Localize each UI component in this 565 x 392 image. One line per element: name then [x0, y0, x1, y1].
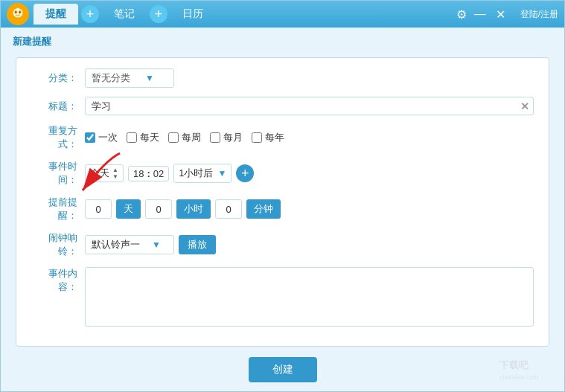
- repeat-monthly-checkbox[interactable]: [210, 132, 220, 143]
- repeat-daily-checkbox[interactable]: [127, 132, 137, 143]
- time-colon: :: [147, 168, 150, 179]
- content-label: 事件内容：: [31, 267, 85, 294]
- time-controls: 今天 ▲ ▼ 18 : 02 1小时后 ▼: [85, 164, 534, 183]
- time-after-select[interactable]: 1小时后 ▼: [173, 164, 232, 183]
- create-btn-row: 创建: [13, 357, 552, 382]
- tab-calendar[interactable]: 日历: [170, 4, 215, 25]
- repeat-row: 重复方式： 一次 每天 每周: [31, 124, 534, 151]
- title-controls: ✕: [85, 97, 534, 115]
- titlebar: 提醒 + 笔记 + 日历 ⚙ — ✕ 登陆/注册: [1, 1, 564, 28]
- hour-value: 18: [133, 168, 144, 179]
- section-title: 新建提醒: [13, 35, 552, 48]
- title-input-wrap: ✕: [85, 97, 534, 115]
- bell-label: 闹钟响铃：: [31, 231, 85, 258]
- bell-arrow-icon: ▼: [152, 240, 161, 250]
- category-arrow-icon: ▼: [145, 73, 154, 83]
- repeat-weekly-label: 每周: [182, 131, 201, 144]
- close-button[interactable]: ✕: [494, 7, 508, 22]
- time-after-arrow-icon: ▼: [217, 168, 226, 179]
- date-input[interactable]: 今天 ▲ ▼: [85, 164, 124, 182]
- title-input[interactable]: [85, 97, 534, 115]
- repeat-once-checkbox[interactable]: [85, 132, 95, 143]
- settings-icon[interactable]: ⚙: [456, 7, 467, 22]
- repeat-daily-label: 每天: [140, 131, 159, 144]
- advance-day-unit: 天: [116, 199, 141, 219]
- advance-day-input[interactable]: [85, 199, 112, 219]
- title-label: 标题：: [31, 100, 85, 113]
- date-down-btn[interactable]: ▼: [112, 174, 118, 180]
- add-remind-btn[interactable]: +: [81, 5, 99, 23]
- date-value: 今天: [90, 167, 109, 180]
- new-reminder-form: 分类： 暂无分类 ▼ 标题： ✕: [16, 57, 549, 347]
- time-hm-input[interactable]: 18 : 02: [128, 166, 169, 181]
- clear-title-button[interactable]: ✕: [520, 100, 529, 112]
- advance-label: 提前提醒：: [31, 196, 85, 222]
- repeat-label: 重复方式：: [31, 124, 85, 151]
- repeat-daily[interactable]: 每天: [127, 131, 159, 144]
- category-value: 暂无分类: [92, 71, 130, 85]
- login-link[interactable]: 登陆/注册: [520, 8, 558, 21]
- repeat-monthly-label: 每月: [223, 131, 243, 144]
- title-row: 标题： ✕: [31, 97, 534, 115]
- repeat-yearly-label: 每年: [265, 131, 284, 144]
- time-label: 事件时间：: [31, 160, 85, 187]
- bell-controls: 默认铃声一 ▼ 播放: [85, 235, 534, 254]
- time-after-value: 1小时后: [179, 167, 213, 180]
- tab-notes[interactable]: 笔记: [102, 4, 147, 25]
- add-time-button[interactable]: +: [236, 164, 254, 182]
- repeat-once[interactable]: 一次: [85, 131, 118, 144]
- svg-point-4: [19, 11, 21, 13]
- content-area: 新建提醒 分类： 暂无分类 ▼ 标题： ✕: [1, 28, 564, 391]
- advance-min-unit: 分钟: [246, 199, 281, 219]
- date-spinner[interactable]: ▲ ▼: [112, 167, 118, 180]
- repeat-yearly[interactable]: 每年: [252, 131, 284, 144]
- content-controls: [85, 267, 534, 327]
- category-dropdown[interactable]: 暂无分类 ▼: [85, 68, 174, 88]
- minimize-button[interactable]: —: [473, 7, 488, 22]
- bell-row: 闹钟响铃： 默认铃声一 ▼ 播放: [31, 231, 534, 258]
- svg-point-0: [13, 8, 23, 18]
- app-logo: [7, 3, 29, 25]
- bell-dropdown[interactable]: 默认铃声一 ▼: [85, 235, 174, 254]
- play-button[interactable]: 播放: [179, 235, 216, 254]
- category-row: 分类： 暂无分类 ▼: [31, 68, 534, 88]
- repeat-weekly[interactable]: 每周: [168, 131, 201, 144]
- titlebar-right: ⚙ — ✕ 登陆/注册: [456, 7, 558, 22]
- category-controls: 暂无分类 ▼: [85, 68, 534, 88]
- repeat-weekly-checkbox[interactable]: [168, 132, 179, 143]
- minute-value: 02: [153, 168, 164, 179]
- content-textarea[interactable]: [85, 267, 534, 327]
- tab-remind[interactable]: 提醒: [33, 4, 78, 25]
- nav-tabs: 提醒 + 笔记 + 日历: [33, 4, 456, 25]
- svg-text:下载吧: 下载吧: [499, 359, 529, 370]
- content-row: 事件内容：: [31, 267, 534, 327]
- watermark: 下载吧 xiazaiba.com: [496, 353, 555, 385]
- advance-min-input[interactable]: [215, 199, 242, 219]
- add-notes-btn[interactable]: +: [150, 5, 167, 23]
- advance-controls: 天 小时 分钟: [85, 199, 534, 219]
- date-up-btn[interactable]: ▲: [112, 167, 118, 173]
- advance-hour-unit: 小时: [176, 199, 211, 219]
- svg-text:xiazaiba.com: xiazaiba.com: [499, 373, 539, 381]
- create-button[interactable]: 创建: [249, 357, 317, 382]
- repeat-monthly[interactable]: 每月: [210, 131, 243, 144]
- advance-hour-input[interactable]: [145, 199, 172, 219]
- time-row: 事件时间： 今天 ▲ ▼ 18 : 02 1: [31, 160, 534, 187]
- repeat-once-label: 一次: [98, 131, 118, 144]
- svg-point-3: [15, 11, 16, 13]
- repeat-controls: 一次 每天 每周 每月: [85, 131, 534, 144]
- repeat-yearly-checkbox[interactable]: [252, 132, 262, 143]
- advance-row: 提前提醒： 天 小时 分钟: [31, 196, 534, 222]
- bell-value: 默认铃声一: [92, 238, 140, 251]
- category-label: 分类：: [31, 71, 85, 85]
